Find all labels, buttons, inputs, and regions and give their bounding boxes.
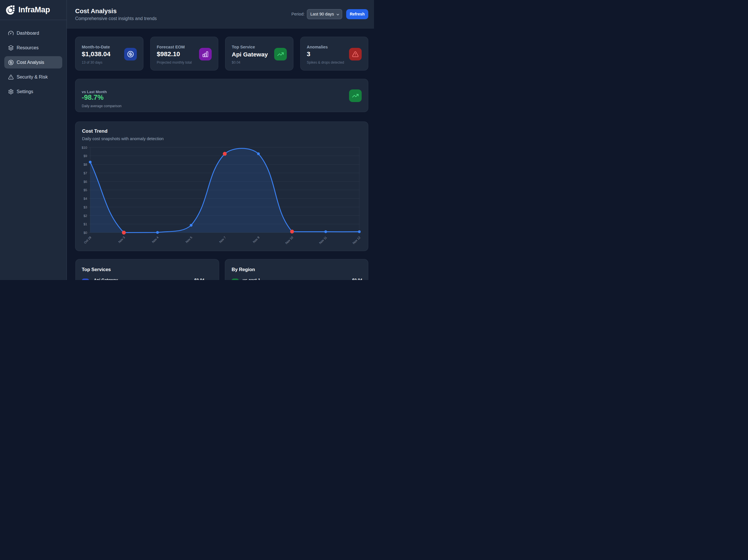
svg-text:Oct 29: Oct 29	[83, 236, 92, 244]
svg-text:Nov 12: Nov 12	[352, 236, 361, 245]
svg-text:Nov 4: Nov 4	[151, 236, 159, 244]
svg-text:$8: $8	[84, 163, 87, 166]
svg-text:$3: $3	[84, 205, 87, 209]
svg-text:Nov 7: Nov 7	[218, 236, 227, 244]
svg-text:$4: $4	[84, 197, 87, 200]
svg-text:$0: $0	[84, 231, 87, 235]
svg-text:$2: $2	[84, 214, 87, 218]
svg-text:Nov 9: Nov 9	[252, 236, 260, 244]
svg-text:Nov 11: Nov 11	[318, 236, 328, 245]
svg-text:$10: $10	[82, 146, 87, 149]
svg-text:Nov 5: Nov 5	[185, 236, 193, 244]
svg-text:$9: $9	[84, 154, 87, 157]
svg-text:$5: $5	[84, 188, 87, 192]
svg-text:$7: $7	[84, 171, 87, 175]
svg-text:$1: $1	[84, 222, 87, 226]
svg-text:Nov 3: Nov 3	[118, 236, 125, 244]
svg-text:Nov 10: Nov 10	[284, 236, 294, 245]
svg-text:$6: $6	[84, 180, 87, 184]
